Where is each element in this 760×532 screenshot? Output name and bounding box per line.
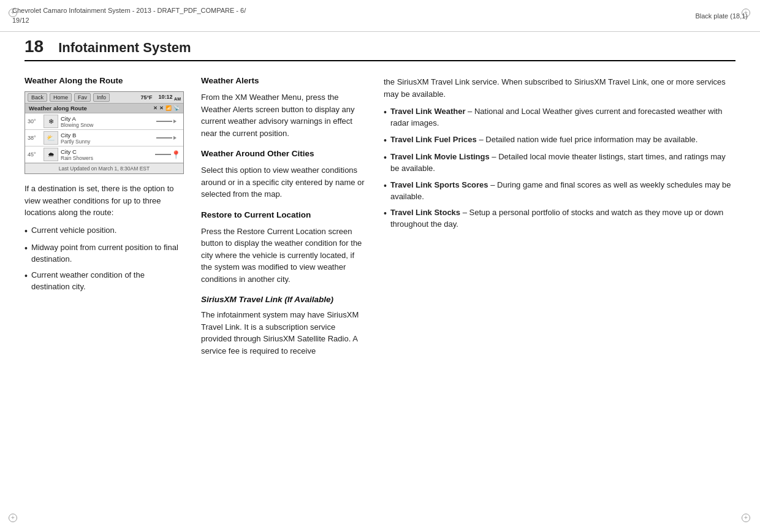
header-left: Chevrolet Camaro Infotainment System - 2… xyxy=(12,6,246,25)
header-right: Black plate (18,1) xyxy=(695,12,748,20)
icon-signal: 📶 xyxy=(165,105,172,111)
col-right-intro: the SiriusXM Travel Link service. When s… xyxy=(384,76,735,100)
col-left: Weather Along the Route Back Home Fav In… xyxy=(25,76,184,367)
city-a-condition: Blowing Snow xyxy=(61,122,154,128)
screen-home-btn[interactable]: Home xyxy=(50,93,72,102)
corner-mark-bottom-right xyxy=(742,514,751,523)
right-bullet-fuel: Travel Link Fuel Prices – Detailed natio… xyxy=(384,134,735,146)
icon-x1: ✕ xyxy=(153,105,158,111)
section-weather-alerts: Weather Alerts From the XM Weather Menu,… xyxy=(201,76,367,139)
section-weather-other-cities: Weather Around Other Cities Select this … xyxy=(201,149,367,200)
header-left-line1: Chevrolet Camaro Infotainment System - 2… xyxy=(12,6,246,15)
icon-x2: ✕ xyxy=(159,105,164,111)
section-restore-location: Restore to Current Location Press the Re… xyxy=(201,210,367,286)
screen-top-bar: Back Home Fav Info 75°F 10:12 AM xyxy=(25,92,183,104)
screen-route-title: Weather along Route xyxy=(29,105,87,112)
weather-other-cities-body: Select this option to view weather condi… xyxy=(201,164,367,200)
temp-city-a: 30° xyxy=(28,118,41,124)
icon-city-b: ⛅ xyxy=(44,131,58,145)
route-line-b xyxy=(156,136,181,140)
corner-mark-bottom-left xyxy=(9,514,18,523)
bullet-3: Current weather condition of the destina… xyxy=(25,270,184,293)
siriusxm-travel-body: The infotainment system may have SiriusX… xyxy=(201,309,367,357)
icon-sat: 📡 xyxy=(173,105,180,111)
screen-title-bar: Weather along Route ✕ ✕ 📶 📡 xyxy=(25,104,183,113)
right-bullet-stocks: Travel Link Stocks – Setup a personal po… xyxy=(384,207,735,230)
screen-mockup: Back Home Fav Info 75°F 10:12 AM Weather… xyxy=(25,91,184,174)
city-c-name: City C xyxy=(61,148,153,155)
city-a-name: City A xyxy=(61,115,154,122)
section-siriusxm-travel: SiriusXM Travel Link (If Available) The … xyxy=(201,295,367,357)
right-bullet-weather: Travel Link Weather – National and Local… xyxy=(384,106,735,129)
col-right-bullets: Travel Link Weather – National and Local… xyxy=(384,106,735,230)
city-b-condition: Partly Sunny xyxy=(61,139,154,145)
route-line-c: 📍 xyxy=(155,150,181,159)
weather-alerts-title: Weather Alerts xyxy=(201,76,367,85)
screen-status-icons: ✕ ✕ 📶 📡 xyxy=(153,105,180,111)
screen-info-btn[interactable]: Info xyxy=(93,93,110,102)
right-bullet-movie: Travel Link Movie Listings – Detailed lo… xyxy=(384,151,735,175)
city-b-info: City B Partly Sunny xyxy=(61,132,154,145)
last-updated: Last Updated on March 1, 8:30AM EST xyxy=(25,163,183,173)
icon-city-a: ❄ xyxy=(44,115,58,128)
city-c-info: City C Rain Showers xyxy=(61,148,153,161)
header-left-line2: 19/12 xyxy=(12,16,246,25)
chapter-number: 18 xyxy=(25,37,44,56)
bullet-2: Midway point from current position to fi… xyxy=(25,242,184,265)
page-header: Chevrolet Camaro Infotainment System - 2… xyxy=(0,0,760,32)
weather-alerts-body: From the XM Weather Menu, press the Weat… xyxy=(201,91,367,139)
weather-along-route-title: Weather Along the Route xyxy=(25,76,184,85)
columns-container: Weather Along the Route Back Home Fav In… xyxy=(25,76,735,367)
weather-row-city-a: 30° ❄ City A Blowing Snow xyxy=(25,113,183,130)
temp-city-b: 38° xyxy=(28,135,41,141)
screen-temp: 75°F xyxy=(140,94,152,101)
siriusxm-travel-title: SiriusXM Travel Link (If Available) xyxy=(201,295,367,304)
col-middle: Weather Alerts From the XM Weather Menu,… xyxy=(201,76,367,367)
main-content: 18 Infotainment System Weather Along the… xyxy=(25,37,735,507)
right-bullet-sports: Travel Link Sports Scores – During game … xyxy=(384,180,735,203)
col-left-bullets: Current vehicle position. Midway point f… xyxy=(25,225,184,294)
col-left-body: If a destination is set, there is the op… xyxy=(25,183,184,219)
restore-location-title: Restore to Current Location xyxy=(201,210,367,219)
col-right: the SiriusXM Travel Link service. When s… xyxy=(384,76,735,367)
city-c-condition: Rain Showers xyxy=(61,155,153,161)
chapter-heading: 18 Infotainment System xyxy=(25,37,735,61)
weather-other-cities-title: Weather Around Other Cities xyxy=(201,149,367,158)
city-a-info: City A Blowing Snow xyxy=(61,115,154,128)
restore-location-body: Press the Restore Current Location scree… xyxy=(201,226,367,286)
weather-row-city-b: 38° ⛅ City B Partly Sunny xyxy=(25,130,183,146)
screen-back-btn[interactable]: Back xyxy=(28,93,47,102)
icon-city-c: 🌧 xyxy=(44,148,58,161)
bullet-1: Current vehicle position. xyxy=(25,225,184,237)
screen-fav-btn[interactable]: Fav xyxy=(74,93,91,102)
city-b-name: City B xyxy=(61,132,154,139)
route-line-a xyxy=(156,120,181,123)
temp-city-c: 45° xyxy=(28,151,41,158)
weather-row-city-c: 45° 🌧 City C Rain Showers 📍 xyxy=(25,146,183,163)
screen-time: 10:12 AM xyxy=(159,94,181,101)
chapter-title: Infotainment System xyxy=(58,40,191,56)
